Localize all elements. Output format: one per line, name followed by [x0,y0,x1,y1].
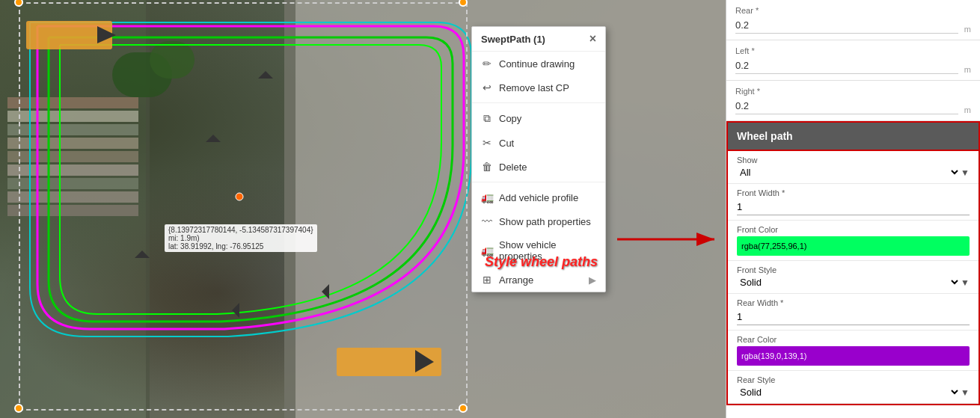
rear-unit: m [964,25,971,34]
corner-handle-br[interactable] [459,404,468,413]
right-section: Right * m [726,81,980,121]
right-input[interactable] [735,98,958,114]
rear-width-input[interactable] [737,309,970,325]
close-icon[interactable]: × [589,33,596,45]
delete-icon: 🗑 [481,161,493,173]
menu-item-cut[interactable]: ✂ Cut [472,131,605,155]
menu-item-add-vehicle-profile[interactable]: 🚛 Add vehicle profile [472,185,605,209]
rear-color-value: rgba(139,0,139,1) [741,351,806,360]
show-select[interactable]: All Front Rear None [737,166,961,179]
cut-icon: ✂ [481,137,493,149]
rear-label: Rear * [735,6,958,15]
submenu-arrow-icon: ▶ [589,274,596,286]
context-menu-title: SweptPath (1) [481,34,545,45]
left-input[interactable] [735,58,958,74]
menu-item-copy[interactable]: ⧉ Copy [472,106,605,131]
wheel-path-header: Wheel path [726,121,980,151]
show-section: Show All Front Rear None ▼ [728,151,979,184]
front-color-label: Front Color [737,225,970,234]
front-style-select[interactable]: Solid Dashed Dotted [737,276,961,289]
context-menu: SweptPath (1) × ✏ Continue drawing ↩ Rem… [471,26,606,292]
rear-width-label: Rear Width * [737,298,970,307]
rear-style-section: Rear Style Solid Dashed Dotted ▼ [728,371,979,404]
copy-icon: ⧉ [481,112,493,125]
wheel-path-section: Wheel path Show All Front Rear None ▼ [726,121,980,405]
left-unit: m [964,65,971,74]
arrange-icon: ⊞ [481,274,493,286]
left-section: Left * m [726,40,980,81]
coordinates-label: {8.13972317780144, -5.134587317397404} m… [165,224,317,252]
menu-item-arrange[interactable]: ⊞ Arrange ▶ [472,268,605,292]
pencil-icon: ✏ [481,58,493,70]
rear-width-section: Rear Width * [728,294,979,331]
front-color-swatch[interactable]: rgba(77,255,96,1) [737,236,970,256]
menu-item-remove-last-cp[interactable]: ↩ Remove last CP [472,76,605,99]
menu-item-continue-drawing[interactable]: ✏ Continue drawing [472,52,605,76]
front-color-section: Front Color rgba(77,255,96,1) [728,221,979,261]
style-wheel-paths-label: Style wheel paths [485,254,598,270]
corner-handle-bl[interactable] [14,404,23,413]
right-unit: m [964,105,971,114]
front-style-label: Front Style [737,265,970,274]
show-row: All Front Rear None ▼ [737,166,970,179]
menu-item-delete[interactable]: 🗑 Delete [472,155,605,179]
arrow-annotation [613,228,726,251]
front-style-row: Solid Dashed Dotted ▼ [737,276,970,289]
truck-icon: 🚛 [481,191,493,203]
show-dropdown-icon: ▼ [961,167,970,178]
rear-section: Rear * m [726,0,980,40]
context-menu-header: SweptPath (1) × [472,27,605,52]
rear-style-select[interactable]: Solid Dashed Dotted [737,386,961,399]
right-panel: Rear * m Left * m Right * [726,0,980,418]
rear-input[interactable] [735,17,958,34]
path-icon: 〰 [481,215,493,227]
front-width-label: Front Width * [737,188,970,197]
front-width-input[interactable] [737,199,970,215]
selection-box [19,2,468,411]
rear-style-row: Solid Dashed Dotted ▼ [737,386,970,399]
wheel-path-content: Show All Front Rear None ▼ Front Width * [726,151,980,405]
right-label: Right * [735,87,958,96]
rear-color-swatch[interactable]: rgba(139,0,139,1) [737,346,970,366]
map-area[interactable]: {8.13972317780144, -5.134587317397404} m… [0,0,726,418]
front-width-section: Front Width * [728,184,979,221]
rear-color-label: Rear Color [737,335,970,344]
menu-item-show-path-properties[interactable]: 〰 Show path properties [472,209,605,233]
front-style-section: Front Style Solid Dashed Dotted ▼ [728,261,979,294]
front-color-value: rgba(77,255,96,1) [741,242,806,251]
rear-style-dropdown-icon: ▼ [961,387,970,398]
rear-style-label: Rear Style [737,375,970,384]
rear-color-section: Rear Color rgba(139,0,139,1) [728,331,979,371]
front-style-dropdown-icon: ▼ [961,277,970,288]
undo-icon: ↩ [481,82,493,93]
left-label: Left * [735,46,958,55]
show-label: Show [737,156,970,165]
